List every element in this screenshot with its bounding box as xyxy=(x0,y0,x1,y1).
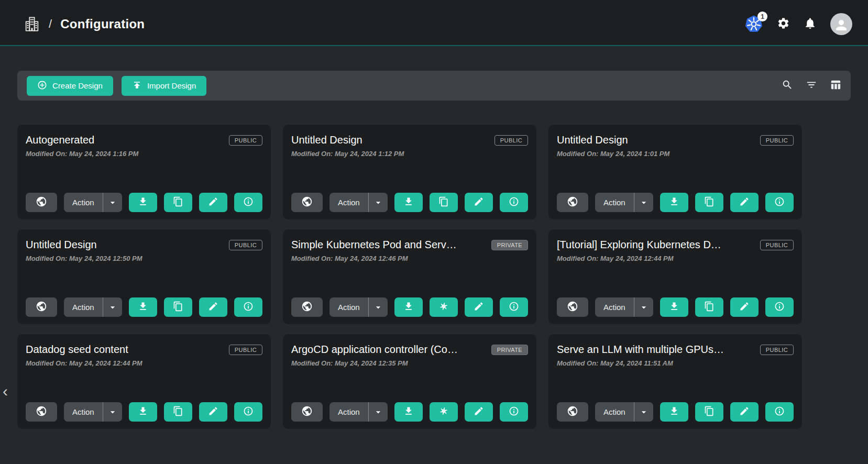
clone-icon xyxy=(173,196,183,208)
info-icon xyxy=(509,301,519,313)
chevron-down-icon[interactable] xyxy=(369,193,388,212)
edit-button[interactable] xyxy=(465,297,493,317)
download-button[interactable] xyxy=(394,193,423,212)
chevron-down-icon[interactable] xyxy=(634,402,653,422)
download-icon xyxy=(138,196,148,208)
chevron-down-icon[interactable] xyxy=(369,297,388,317)
chevron-down-icon[interactable] xyxy=(634,297,653,317)
create-design-button[interactable]: Create Design xyxy=(27,76,113,96)
chevron-down-icon[interactable] xyxy=(634,193,653,212)
search-button[interactable] xyxy=(782,79,793,92)
edit-button[interactable] xyxy=(465,402,493,422)
action-split-button[interactable]: Action xyxy=(595,297,653,317)
visibility-globe-button[interactable] xyxy=(291,402,323,422)
globe-icon xyxy=(36,301,47,314)
action-split-button[interactable]: Action xyxy=(595,193,653,212)
chevron-down-icon[interactable] xyxy=(103,402,122,422)
edit-button[interactable] xyxy=(465,193,493,212)
action-split-button[interactable]: Action xyxy=(64,297,122,317)
action-split-button[interactable]: Action xyxy=(595,402,653,422)
modified-on: Modified On: May 24, 2024 1:01 PM xyxy=(557,150,794,158)
clone-button[interactable] xyxy=(695,193,723,212)
visibility-badge: PUBLIC xyxy=(229,240,262,250)
chevron-down-icon[interactable] xyxy=(103,297,122,317)
info-button[interactable] xyxy=(234,297,262,317)
card-header: Datadog seed content PUBLIC xyxy=(26,344,262,356)
visibility-globe-button[interactable] xyxy=(557,297,588,317)
drawer-collapse-handle[interactable]: ‹ xyxy=(0,383,10,399)
card-header: Serve an LLM with multiple GPUs… PUBLIC xyxy=(557,344,794,356)
info-button[interactable] xyxy=(500,297,528,317)
visibility-globe-button[interactable] xyxy=(557,193,588,212)
info-button[interactable] xyxy=(765,297,794,317)
create-design-label: Create Design xyxy=(52,81,103,90)
action-split-button[interactable]: Action xyxy=(329,193,388,212)
action-split-button[interactable]: Action xyxy=(329,402,388,422)
clone-button[interactable] xyxy=(430,193,458,212)
card-actions: Action xyxy=(26,193,262,212)
toolbar-view-controls xyxy=(782,79,841,92)
info-button[interactable] xyxy=(765,193,794,212)
import-design-button[interactable]: Import Design xyxy=(122,76,206,96)
notifications-button[interactable] xyxy=(804,17,817,31)
visibility-globe-button[interactable] xyxy=(291,193,323,212)
visibility-globe-button[interactable] xyxy=(291,297,323,317)
kubernetes-context-button[interactable]: 1 xyxy=(744,15,763,34)
edit-button[interactable] xyxy=(730,297,759,317)
download-button[interactable] xyxy=(129,193,157,212)
visibility-globe-button[interactable] xyxy=(26,193,57,212)
edit-button[interactable] xyxy=(199,297,227,317)
download-button[interactable] xyxy=(660,193,688,212)
action-split-button[interactable]: Action xyxy=(64,193,122,212)
filter-icon xyxy=(806,79,817,92)
download-icon xyxy=(403,196,414,208)
info-button[interactable] xyxy=(234,193,262,212)
download-button[interactable] xyxy=(129,402,157,422)
clone-button[interactable] xyxy=(164,297,192,317)
card-header: Untitled Design PUBLIC xyxy=(557,134,794,146)
design-swirl-button[interactable] xyxy=(430,402,458,422)
download-button[interactable] xyxy=(660,297,688,317)
chevron-down-icon[interactable] xyxy=(369,402,388,422)
app-header: / Configuration xyxy=(0,0,868,46)
action-split-button[interactable]: Action xyxy=(329,297,388,317)
breadcrumb-separator: / xyxy=(49,17,52,31)
filter-button[interactable] xyxy=(806,79,817,92)
design-card: ArgoCD application controller (Co… PRIVA… xyxy=(283,334,536,429)
clone-button[interactable] xyxy=(695,402,723,422)
globe-icon xyxy=(36,405,47,418)
clone-button[interactable] xyxy=(164,193,192,212)
download-icon xyxy=(138,406,148,418)
action-split-button[interactable]: Action xyxy=(64,402,122,422)
design-title: Simple Kubernetes Pod and Serv… xyxy=(291,239,457,251)
design-title: Untitled Design xyxy=(557,134,628,146)
download-button[interactable] xyxy=(394,402,423,422)
avatar[interactable] xyxy=(830,13,852,35)
design-swirl-button[interactable] xyxy=(430,297,458,317)
visibility-globe-button[interactable] xyxy=(557,402,588,422)
info-button[interactable] xyxy=(765,402,794,422)
download-button[interactable] xyxy=(660,402,688,422)
organization-building-icon[interactable] xyxy=(24,16,40,32)
settings-button[interactable] xyxy=(777,17,790,31)
edit-button[interactable] xyxy=(199,193,227,212)
edit-button[interactable] xyxy=(199,402,227,422)
clone-button[interactable] xyxy=(164,402,192,422)
breadcrumb: / Configuration xyxy=(24,16,145,32)
visibility-badge: PUBLIC xyxy=(229,135,262,146)
clone-button[interactable] xyxy=(695,297,723,317)
globe-icon xyxy=(301,405,313,418)
visibility-globe-button[interactable] xyxy=(26,297,57,317)
chevron-down-icon[interactable] xyxy=(103,193,122,212)
info-button[interactable] xyxy=(500,193,528,212)
edit-button[interactable] xyxy=(730,193,759,212)
edit-button[interactable] xyxy=(730,402,759,422)
card-actions: Action xyxy=(291,193,528,212)
download-button[interactable] xyxy=(129,297,157,317)
download-button[interactable] xyxy=(394,297,423,317)
card-header: Simple Kubernetes Pod and Serv… PRIVATE xyxy=(291,239,528,251)
visibility-globe-button[interactable] xyxy=(26,402,57,422)
info-button[interactable] xyxy=(500,402,528,422)
table-view-button[interactable] xyxy=(830,79,841,92)
info-button[interactable] xyxy=(234,402,262,422)
